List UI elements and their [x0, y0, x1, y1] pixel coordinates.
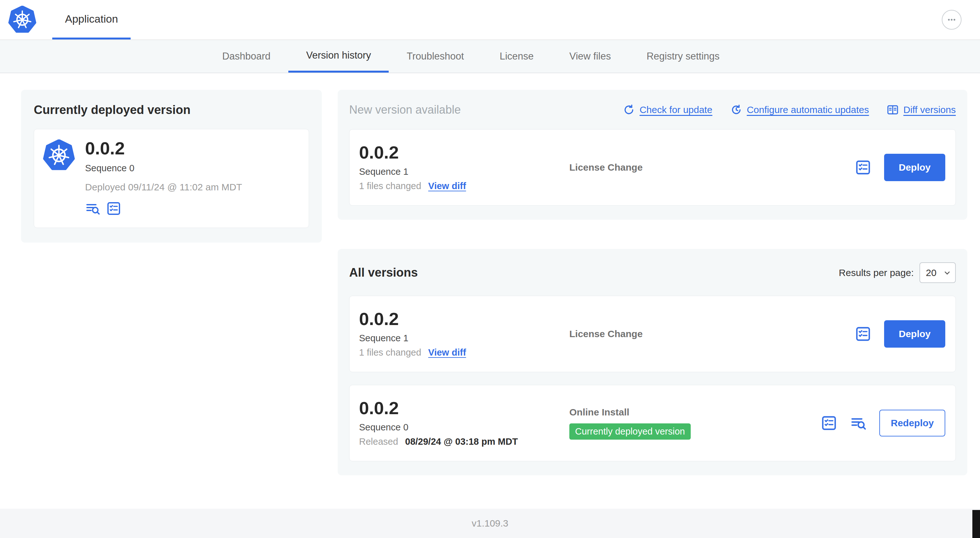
schedule-clock-icon — [730, 104, 742, 116]
currently-deployed-title: Currently deployed version — [34, 103, 309, 117]
preflight-checks-icon[interactable] — [855, 326, 871, 342]
tab-registry-settings[interactable]: Registry settings — [628, 40, 737, 73]
preflight-checks-icon[interactable] — [106, 201, 121, 216]
version-sequence: Sequence 1 — [359, 333, 570, 343]
version-sequence: Sequence 0 — [359, 422, 570, 433]
diff-versions-link[interactable]: Diff versions — [887, 104, 956, 116]
console-version: v1.109.3 — [471, 518, 508, 529]
deployed-version-number: 0.0.2 — [85, 140, 242, 157]
version-row: 0.0.2 Sequence 1 1 files changed View di… — [349, 296, 956, 372]
version-source: License Change — [570, 162, 855, 173]
release-notes-icon[interactable] — [85, 201, 100, 216]
version-number: 0.0.2 — [359, 144, 570, 161]
all-versions-title: All versions — [349, 266, 418, 279]
version-row: 0.0.2 Sequence 0 Released 08/29/24 @ 03:… — [349, 385, 956, 461]
tab-version-history[interactable]: Version history — [288, 40, 389, 73]
release-notes-icon[interactable] — [850, 415, 867, 432]
ellipsis-icon — [946, 14, 958, 26]
currently-deployed-card: Currently deployed version — [21, 90, 322, 243]
app-tab-label: Application — [65, 13, 118, 25]
version-sequence: Sequence 1 — [359, 167, 570, 177]
check-for-update-link[interactable]: Check for update — [623, 104, 712, 116]
new-version-row: 0.0.2 Sequence 1 1 files changed View di… — [349, 129, 956, 206]
version-number: 0.0.2 — [359, 399, 570, 417]
deploy-button[interactable]: Deploy — [884, 320, 945, 348]
footer: v1.109.3 — [0, 509, 980, 538]
tab-license[interactable]: License — [482, 40, 552, 73]
files-changed-label: 1 files changed — [359, 347, 421, 358]
kubernetes-app-icon — [43, 140, 75, 216]
preflight-checks-icon[interactable] — [855, 159, 871, 176]
version-source: License Change — [570, 329, 855, 340]
scrollbar-thumb[interactable] — [972, 510, 980, 538]
released-date: 08/29/24 @ 03:18 pm MDT — [405, 436, 518, 447]
deployed-sequence: Sequence 0 — [85, 163, 242, 173]
preflight-checks-icon[interactable] — [821, 415, 837, 432]
files-changed-label: 1 files changed — [359, 181, 421, 191]
top-header: Application — [0, 0, 980, 40]
deploy-button[interactable]: Deploy — [884, 154, 945, 181]
view-diff-link[interactable]: View diff — [428, 347, 466, 358]
configure-automatic-updates-link[interactable]: Configure automatic updates — [730, 104, 869, 116]
refresh-icon — [623, 104, 635, 116]
all-versions-panel: All versions Results per page: 20 — [338, 249, 967, 475]
kubernetes-logo-icon — [6, 0, 39, 40]
more-menu-button[interactable] — [942, 10, 961, 30]
results-per-page-select[interactable]: 20 — [920, 262, 956, 283]
new-version-title: New version available — [349, 103, 461, 116]
app-subnav: Dashboard Version history Troubleshoot L… — [0, 40, 980, 73]
deployed-version-card: 0.0.2 Sequence 0 Deployed 09/11/24 @ 11:… — [34, 129, 309, 228]
deployed-timestamp: Deployed 09/11/24 @ 11:02 am MDT — [85, 182, 242, 193]
view-diff-link[interactable]: View diff — [428, 181, 466, 191]
main-content: Currently deployed version — [0, 73, 980, 509]
diff-icon — [887, 104, 899, 116]
released-label: Released — [359, 436, 398, 447]
app-tab[interactable]: Application — [52, 0, 130, 40]
version-source: Online Install — [570, 407, 821, 418]
new-version-panel: New version available Check for update — [338, 90, 967, 220]
redeploy-button[interactable]: Redeploy — [879, 410, 945, 436]
tab-dashboard[interactable]: Dashboard — [204, 40, 288, 73]
currently-deployed-badge: Currently deployed version — [570, 424, 691, 440]
tab-troubleshoot[interactable]: Troubleshoot — [389, 40, 482, 73]
results-per-page-label: Results per page: — [839, 267, 914, 278]
tab-view-files[interactable]: View files — [552, 40, 628, 73]
version-number: 0.0.2 — [359, 310, 570, 328]
